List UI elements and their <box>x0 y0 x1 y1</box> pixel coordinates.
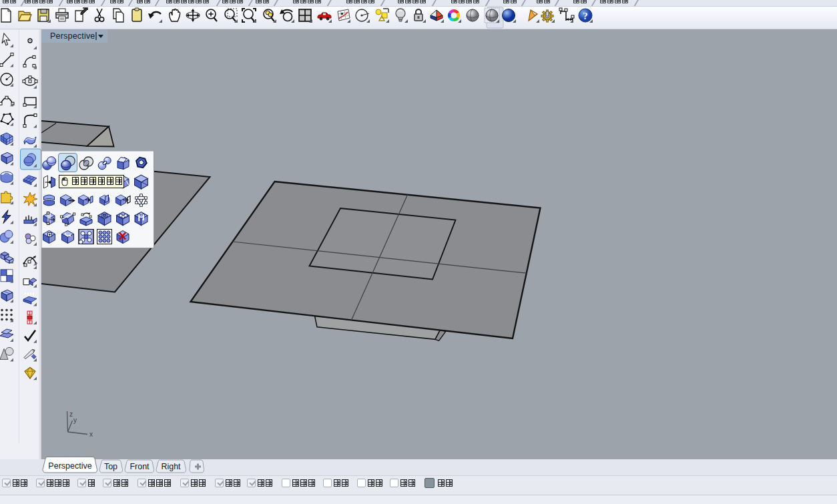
svg-text:Front: Front <box>129 462 150 471</box>
svg-text:Perspective: Perspective <box>48 461 91 471</box>
svg-text:x: x <box>89 431 93 438</box>
svg-text:?: ? <box>583 11 588 21</box>
svg-text:Top: Top <box>104 462 117 471</box>
svg-text:Right: Right <box>161 462 181 471</box>
svg-text:z: z <box>69 411 73 418</box>
svg-text:y: y <box>73 417 77 424</box>
